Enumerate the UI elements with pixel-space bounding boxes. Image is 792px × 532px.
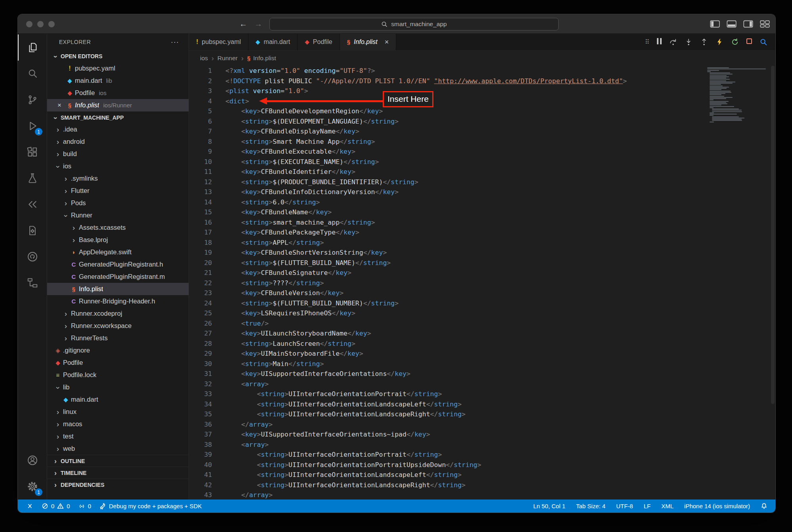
- layout-customize-button[interactable]: [760, 20, 770, 28]
- code-line[interactable]: 5 <key>CFBundleDevelopmentRegion</key>: [189, 106, 775, 116]
- tree-item-android[interactable]: ›android: [47, 135, 189, 148]
- code-line[interactable]: 3<plist version="1.0">: [189, 86, 775, 96]
- tab-pubspec.yaml[interactable]: !pubspec.yaml: [189, 34, 248, 50]
- tree-item-AppDelegate.swift[interactable]: ◗AppDelegate.swift: [47, 246, 189, 258]
- layout-sidebar-left-button[interactable]: [710, 20, 720, 28]
- outline-header[interactable]: › OUTLINE: [47, 455, 189, 467]
- code-line[interactable]: 1<?xml version="1.0" encoding="UTF-8"?>: [189, 66, 775, 76]
- code-line[interactable]: 27 <key>UILaunchStoryboardName</key>: [189, 328, 775, 339]
- code-line[interactable]: 6 <string>$(DEVELOPMENT_LANGUAGE)</strin…: [189, 116, 775, 127]
- open-editor-main.dart[interactable]: ◆main.dartlib: [47, 74, 189, 87]
- code-line[interactable]: 36 </array>: [189, 419, 775, 430]
- remote-indicator[interactable]: [27, 503, 33, 509]
- code-line[interactable]: 9 <key>CFBundleExecutable</key>: [189, 147, 775, 157]
- code-line[interactable]: 18 <string>APPL</string>: [189, 238, 775, 248]
- tree-item-GeneratedPluginRegistrant.m[interactable]: CGeneratedPluginRegistrant.m: [47, 271, 189, 283]
- breadcrumb-item[interactable]: Runner: [218, 55, 238, 62]
- tree-item-Podfile[interactable]: ◆Podfile: [47, 357, 189, 369]
- tree-item-.symlinks[interactable]: ›.symlinks: [47, 172, 189, 185]
- activity-back-chevrons-button[interactable]: [18, 191, 47, 217]
- debug-config-selector[interactable]: Debug my code + packages + SDK: [99, 503, 202, 509]
- code-line[interactable]: 7 <key>CFBundleDisplayName</key>: [189, 126, 775, 137]
- tree-item-Podfile.lock[interactable]: ≡Podfile.lock: [47, 369, 189, 381]
- activity-account-button[interactable]: [18, 447, 47, 473]
- activity-github-button[interactable]: [18, 244, 47, 270]
- code-line[interactable]: 34 <string>UIInterfaceOrientationLandsca…: [189, 399, 775, 410]
- language-mode[interactable]: XML: [661, 503, 674, 509]
- activity-hierarchy-button[interactable]: [18, 270, 47, 296]
- tree-item-Info.plist[interactable]: §Info.plist: [47, 283, 189, 295]
- activity-explorer-button[interactable]: [18, 34, 47, 61]
- tree-item-RunnerTests[interactable]: ›RunnerTests: [47, 332, 189, 344]
- code-line[interactable]: 24 <string>$(FLUTTER_BUILD_NUMBER)</stri…: [189, 298, 775, 309]
- problems-indicator[interactable]: 0 0: [42, 503, 70, 509]
- layout-panel-button[interactable]: [727, 20, 737, 28]
- code-line[interactable]: 14 <string>6.0</string>: [189, 197, 775, 208]
- tree-item-Runner.xcworkspace[interactable]: ›Runner.xcworkspace: [47, 320, 189, 332]
- breadcrumb-item[interactable]: ios: [200, 55, 208, 62]
- code-line[interactable]: 32 <array>: [189, 379, 775, 389]
- hot-reload-button[interactable]: [716, 38, 723, 46]
- code-line[interactable]: 33 <string>UIInterfaceOrientationPortrai…: [189, 389, 775, 399]
- activity-source-control-button[interactable]: [18, 87, 47, 113]
- open-editor-pubspec.yaml[interactable]: !pubspec.yaml: [47, 62, 189, 74]
- tree-item-Pods[interactable]: ›Pods: [47, 197, 189, 209]
- stop-button[interactable]: [746, 38, 752, 46]
- tree-item-.idea[interactable]: ›.idea: [47, 123, 189, 135]
- tree-item-build[interactable]: ›build: [47, 148, 189, 160]
- code-line[interactable]: 26 <true/>: [189, 318, 775, 329]
- tree-item-linux[interactable]: ›linux: [47, 406, 189, 418]
- activity-run-debug-button[interactable]: 1: [18, 113, 47, 139]
- encoding-setting[interactable]: UTF-8: [616, 503, 633, 509]
- code-line[interactable]: 23 <key>CFBundleVersion</key>: [189, 288, 775, 298]
- code-line[interactable]: 15 <key>CFBundleName</key>: [189, 207, 775, 217]
- code-line[interactable]: 29 <key>UIMainStoryboardFile</key>: [189, 349, 775, 359]
- open-editors-header[interactable]: › OPEN EDITORS: [47, 50, 189, 62]
- activity-settings-button[interactable]: 1: [18, 473, 47, 500]
- tree-item-Runner-Bridging-Header.h[interactable]: CRunner-Bridging-Header.h: [47, 295, 189, 307]
- inspector-button[interactable]: [760, 38, 767, 46]
- code-line[interactable]: 17 <key>CFBundlePackageType</key>: [189, 227, 775, 238]
- dependencies-header[interactable]: › DEPENDENCIES: [47, 479, 189, 490]
- tree-item-macos[interactable]: ›macos: [47, 418, 189, 430]
- code-line[interactable]: 41 <string>UIInterfaceOrientationLandsca…: [189, 470, 775, 480]
- code-line[interactable]: 22 <string>????</string>: [189, 278, 775, 288]
- tree-item-Assets.xcassets[interactable]: ›Assets.xcassets: [47, 221, 189, 234]
- eol-setting[interactable]: LF: [644, 503, 651, 509]
- code-line[interactable]: 20 <string>$(FLUTTER_BUILD_NAME)</string…: [189, 258, 775, 268]
- code-line[interactable]: 30 <string>Main</string>: [189, 359, 775, 369]
- code-line[interactable]: 40 <string>UIInterfaceOrientationPortrai…: [189, 460, 775, 470]
- code-line[interactable]: 35 <string>UIInterfaceOrientationLandsca…: [189, 409, 775, 419]
- minimap[interactable]: [707, 67, 768, 123]
- traffic-light-minimize-button[interactable]: [37, 21, 44, 27]
- cursor-position[interactable]: Ln 50, Col 1: [533, 503, 565, 509]
- project-header[interactable]: › SMART_MACHINE_APP: [47, 111, 189, 123]
- code-line[interactable]: 39 <string>UIInterfaceOrientationPortrai…: [189, 450, 775, 460]
- tree-item-Flutter[interactable]: ›Flutter: [47, 185, 189, 197]
- code-line[interactable]: 43 </array>: [189, 490, 775, 500]
- scrollbar-thumb[interactable]: [771, 66, 775, 404]
- step-out-button[interactable]: [700, 38, 708, 46]
- code-line[interactable]: 42 <string>UIInterfaceOrientationLandsca…: [189, 480, 775, 490]
- activity-testing-button[interactable]: [18, 165, 47, 191]
- tab-Info.plist[interactable]: §Info.plist×: [340, 34, 396, 50]
- tree-item-.gitignore[interactable]: ◈.gitignore: [47, 344, 189, 357]
- code-line[interactable]: 19 <key>CFBundleShortVersionString</key>: [189, 248, 775, 258]
- code-line[interactable]: 21 <key>CFBundleSignature</key>: [189, 268, 775, 278]
- activity-search-button[interactable]: [18, 61, 47, 87]
- code-line[interactable]: 37 <key>UISupportedInterfaceOrientations…: [189, 429, 775, 440]
- code-line[interactable]: 28 <string>LaunchScreen</string>: [189, 339, 775, 349]
- tree-item-lib[interactable]: ›lib: [47, 381, 189, 393]
- code-editor[interactable]: 1<?xml version="1.0" encoding="UTF-8"?>2…: [189, 66, 775, 500]
- layout-sidebar-right-button[interactable]: [743, 20, 753, 28]
- more-actions-icon[interactable]: ···: [171, 38, 179, 46]
- tree-item-main.dart[interactable]: ◆main.dart: [47, 393, 189, 406]
- tree-item-ios[interactable]: ›ios: [47, 160, 189, 172]
- code-line[interactable]: 13 <key>CFBundleInfoDictionaryVersion</k…: [189, 187, 775, 197]
- pause-button[interactable]: [657, 38, 662, 46]
- activity-extensions-button[interactable]: [18, 139, 47, 165]
- grip-button[interactable]: ⠿: [645, 38, 649, 46]
- command-center-search[interactable]: smart_machine_app: [269, 18, 559, 31]
- code-line[interactable]: 25 <key>LSRequiresIPhoneOS</key>: [189, 308, 775, 318]
- tree-item-Runner.xcodeproj[interactable]: ›Runner.xcodeproj: [47, 307, 189, 320]
